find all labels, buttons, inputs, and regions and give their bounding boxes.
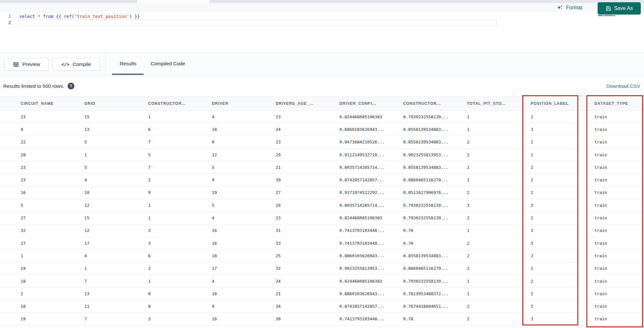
table-row: 271514230.8244680851063830.7930232558139… [0, 212, 644, 224]
table-cell: 7 [128, 136, 191, 148]
preview-button[interactable]: Preview [4, 58, 49, 71]
table-cell: 0.7413793103448... [319, 237, 383, 249]
table-cell: 3 [510, 199, 574, 212]
table-cell: 11 [64, 300, 128, 313]
column-header[interactable]: CONSTRUCTOR... [383, 96, 446, 111]
table-row: 213018210.8860103626943...0.781395348837… [0, 287, 644, 300]
table-cell: train [574, 300, 644, 313]
table-cell: 21 [255, 161, 319, 174]
table-cell: 18 [191, 123, 255, 136]
download-csv-link[interactable]: Download CSV [606, 83, 640, 89]
table-cell: 24 [255, 123, 319, 136]
table-cell: 2 [510, 161, 574, 174]
table-cell: 5 [64, 136, 128, 148]
tab-compiled-code[interactable]: Compiled Code [151, 61, 185, 67]
table-cell: 12 [191, 148, 255, 161]
active-file-tab[interactable] [137, 0, 209, 3]
table-cell: 0.8558139534883... [383, 136, 446, 148]
table-cell: 3 [128, 224, 191, 237]
table-cell: 0.9023255813953... [383, 148, 446, 161]
save-as-button[interactable]: Save As [598, 2, 641, 14]
table-cell: 1 [64, 148, 128, 161]
table-cell: 5 [0, 199, 64, 212]
table-row: 14618250.8860103626943...0.8558139534883… [0, 250, 644, 262]
table-cell: 0.8742857142857... [319, 174, 383, 186]
code-token-plain [40, 14, 43, 19]
table-cell: 12 [64, 224, 128, 237]
table-cell: 3 [510, 313, 574, 325]
minimap-segment [613, 15, 615, 16]
column-header[interactable]: TOTAL_PIT_STO... [446, 96, 510, 111]
code-token-keyword: from [43, 14, 53, 19]
table-cell: 3 [510, 224, 574, 237]
table-cell: 0.7930232558139... [383, 275, 446, 287]
format-label: Format [566, 5, 582, 11]
table-cell: 18 [0, 300, 64, 313]
table-cell: train [574, 275, 644, 287]
results-toolbar: Preview </> Compile Results Compiled Cod… [0, 53, 644, 76]
table-cell: 18 [191, 250, 255, 262]
save-as-label: Save As [614, 5, 633, 11]
table-cell: 1 [446, 123, 510, 136]
table-cell: 0.7674418604651... [383, 300, 446, 313]
compile-button[interactable]: </> Compile [52, 58, 100, 71]
table-cell: 0.7930232558139... [383, 111, 446, 123]
table-cell: train [574, 136, 644, 148]
code-token-plain [35, 14, 38, 19]
table-cell: 0.7413793103448... [319, 313, 383, 325]
code-token-keyword: select [19, 14, 35, 19]
table-cell: 1 [446, 275, 510, 287]
table-cell: 18 [191, 287, 255, 300]
editor-minimap[interactable] [598, 15, 617, 17]
table-cell: 1 [128, 275, 191, 287]
table-cell: 2 [510, 275, 574, 287]
code-token-function: ref [64, 14, 71, 19]
table-cell: 1 [128, 111, 191, 123]
table-cell: 5 [64, 161, 128, 174]
table-cell: 0.8860103626943... [319, 250, 383, 262]
minimap-segment [598, 15, 602, 16]
column-header[interactable]: DRIVER [191, 96, 255, 111]
table-cell: 2 [446, 136, 510, 148]
table-cell: 2 [510, 111, 574, 123]
table-cell: 0.8035714285714... [319, 199, 383, 212]
column-header[interactable]: POSITION_LABEL [510, 96, 574, 111]
code-editor[interactable]: 1 2 select * from {{ ref('train_test_pos… [0, 12, 644, 53]
column-header[interactable]: GRID [64, 96, 128, 111]
table-cell: 39 [255, 174, 319, 186]
table-cell: 0 [191, 136, 255, 148]
table-cell: 7 [64, 275, 128, 287]
table-cell: 1 [510, 262, 574, 275]
column-header[interactable]: CIRCUIT_NAME [0, 96, 64, 111]
editor-topbar [0, 3, 644, 12]
column-header[interactable]: DATASET_TYPE [574, 96, 644, 111]
column-header[interactable]: DRIVER_CONFI... [319, 96, 383, 111]
table-cell: 0.8035714285714... [319, 161, 383, 174]
table-cell: 1 [446, 287, 510, 300]
table-cell: 18 [0, 275, 64, 287]
table-cell: 7 [64, 313, 128, 325]
table-cell: 2 [128, 174, 191, 186]
line-number-2: 2 [5, 20, 11, 25]
column-header[interactable]: DRIVERS_AGE_... [255, 96, 319, 111]
table-cell: 0.7930232558139... [383, 199, 446, 212]
current-line-highlight [18, 20, 497, 26]
format-button[interactable]: Format [557, 4, 582, 12]
table-row: 2717316330.7413793103448...0.7823train [0, 237, 644, 249]
table-cell: 7 [128, 161, 191, 174]
tab-results[interactable]: Results [120, 61, 137, 67]
table-cell: 9 [0, 123, 64, 136]
table-cell: 0.8558139534883... [383, 161, 446, 174]
table-cell: 0.9171974522292... [319, 186, 383, 199]
column-header[interactable]: CONSTRUCTOR... [128, 96, 191, 111]
line-number-1: 1 [5, 14, 11, 19]
compile-label: Compile [73, 61, 91, 67]
help-icon[interactable]: ? [68, 83, 74, 89]
table-cell: 2 [510, 287, 574, 300]
table-row: 181189340.8742857142857...0.767441860465… [0, 300, 644, 313]
table-cell: 23 [0, 161, 64, 174]
table-cell: 2 [446, 250, 510, 262]
table-cell: 4 [64, 174, 128, 186]
table-cell: 3 [446, 199, 510, 212]
table-cell: train [574, 237, 644, 249]
